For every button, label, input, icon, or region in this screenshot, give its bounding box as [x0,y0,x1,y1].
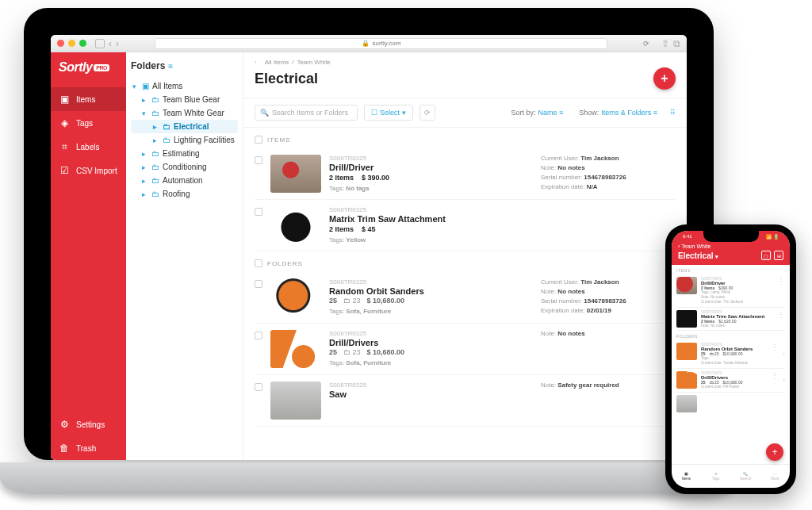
phone-thumb [676,395,697,412]
phone-add-button[interactable]: + [766,443,783,461]
nav-labels[interactable]: ⌗ Labels [51,135,126,159]
phone-back-label: Team White [681,243,710,249]
kebab-icon[interactable]: ⋮ [777,310,785,319]
phone-tabbar: ▣Items ◈Tags 🔍Search ⋯More [672,464,790,488]
sort-by: Sort by: Name ≡ [511,109,563,117]
tree-label: Conditioning [163,163,207,171]
crumb-sep: / [292,59,293,66]
tree-roofing[interactable]: ▸ 🗀 Roofing [131,187,238,201]
nav-items[interactable]: ▣ Items [51,87,126,111]
nav-tags[interactable]: ◈ Tags [51,111,126,135]
tree-electrical[interactable]: ▸ 🗀 Electrical [131,120,238,133]
tree-label: Automation [163,176,203,185]
browser-chrome: ‹ › 🔒 sortly.com ⟳ ⇪ ⧉ [51,35,687,52]
select-button[interactable]: ☐ Select ▾ [364,105,413,121]
section-checkbox[interactable] [255,259,262,267]
forward-arrow-icon[interactable]: › [116,38,119,49]
tree-label: Team White Gear [163,109,224,117]
folder-sku: S008TR0325 [329,382,533,389]
tree-team-white[interactable]: ▾ 🗀 Team White Gear [131,106,238,120]
phone-folder-row[interactable]: S008TR0879 Random Orbit Sanders 25🗀 23$1… [676,340,785,369]
folder-sku: S008TR0325 [329,278,533,286]
section-checkbox[interactable] [255,136,262,144]
close-dot[interactable] [57,40,64,47]
share-icon[interactable]: ⇪ [661,38,669,49]
reload-icon[interactable]: ⟳ [643,40,649,48]
sidebar-toggle-icon[interactable] [95,39,105,48]
tabs-icon[interactable]: ⧉ [673,38,680,49]
crumb-2[interactable]: Team White [297,59,331,66]
url-bar[interactable]: 🔒 sortly.com [155,38,607,49]
item-row[interactable]: S008TR0325 Matrix Trim Saw Attachment 2 … [255,200,676,251]
content-list: ITEMS S008TR0325 Drill/Driver 2 Items$ 3… [243,128,687,460]
nav-trash[interactable]: 🗑 Trash [51,436,126,460]
show-by: Show: Items & Folders ≡ [579,109,657,117]
tree-lighting[interactable]: ▸ 🗀 Lighting Facilities [131,133,238,147]
refresh-button[interactable]: ⟳ [419,105,435,121]
tree-conditioning[interactable]: ▸ 🗀 Conditioning [131,160,238,174]
row-checkbox[interactable] [255,156,262,164]
caret-down-icon: ▾ [142,109,148,117]
folder-row[interactable]: S008TR0325 Random Orbit Sanders 25 🗀 23 … [255,272,676,324]
minimize-dot[interactable] [68,40,75,47]
folder-icon: 🗀 [151,190,159,198]
phone-back-button[interactable]: ‹ Team White [678,243,783,249]
sort-value[interactable]: Name ≡ [538,109,563,117]
item-row[interactable]: S008TR0325 Drill/Driver 2 Items$ 390.00 … [255,148,676,200]
chevron-right-icon: › [783,351,785,358]
nav-settings[interactable]: ⚙ Settings [51,412,126,436]
tree-automation[interactable]: ▸ 🗀 Automation [131,174,238,187]
plus-icon: + [661,71,668,86]
maximize-dot[interactable] [79,40,86,47]
row-checkbox[interactable] [255,383,262,391]
chevron-down-icon[interactable]: ▾ [715,254,718,259]
folder-row[interactable]: S008TR0325 Saw Note: Safety gear require… [255,375,676,427]
view-grid-icon[interactable]: ⠿ [670,109,676,117]
box-icon: ▣ [59,94,70,105]
row-checkbox[interactable] [255,208,262,216]
show-value[interactable]: Items & Folders ≡ [601,109,657,117]
folder-icon: 🗀 [151,95,159,104]
row-checkbox[interactable] [255,280,262,288]
phone-page-title: Electrical ▾ [678,251,718,260]
phone-item-row[interactable]: S008TR0879 Drill/Driver 2 Items$390.00 T… [676,274,785,308]
back-chevron-icon[interactable]: ‹ [255,59,257,66]
kebab-icon[interactable]: ⋮ [777,277,785,286]
add-button[interactable]: + [653,67,676,90]
show-label: Show: [579,109,599,117]
tag-icon: ◈ [714,472,718,476]
select-check-icon: ☐ [371,109,377,117]
tree-estimating[interactable]: ▸ 🗀 Estimating [131,147,238,160]
phone-grid-button[interactable]: ⊞ [774,251,783,260]
phone-scan-button[interactable]: ▢ [761,251,771,260]
caret-right-icon: ▸ [142,150,148,158]
phone-notch [703,231,759,242]
phone-folder-row[interactable] [676,393,785,415]
tree-all-items[interactable]: ▾ ▣ All Items [131,79,238,93]
filter-icon[interactable]: ≡ [168,62,173,71]
phone-item-row[interactable]: S008TR0879 Matrix Trim Saw Attachment 2 … [676,308,785,332]
pro-badge: PRO [94,64,109,71]
nav-csv[interactable]: ☑ CSV Import [51,159,126,182]
folder-row[interactable]: S008TR0325 Drill/Drivers 25 🗀 23 $ 10,68… [255,324,676,375]
main-header: ‹ All Items / Team White Electrical + [243,52,687,98]
back-arrow-icon[interactable]: ‹ [109,38,112,49]
lock-icon: 🔒 [362,40,370,47]
row-checkbox[interactable] [255,332,262,339]
crumb-1[interactable]: All Items [265,59,289,66]
phone-folder-row[interactable]: S008TR0879 Drill/Drivers 25🗀 23$10,680.0… [676,369,785,393]
section-folders-label: FOLDERS [267,260,303,267]
phone-tab-items[interactable]: ▣Items [672,465,701,488]
phone-signal-icon: 📶 🔋 [766,234,779,240]
search-input[interactable]: 🔍 Search Items or Folders [255,105,358,121]
item-name: Drill/Driver [329,163,533,172]
folder-icon: ▣ [142,82,149,90]
phone-thumb [676,343,697,360]
kebab-icon[interactable]: ⋮ [771,343,779,351]
tree-team-blue[interactable]: ▸ 🗀 Team Blue Gear [131,93,238,106]
phone-tab-search[interactable]: 🔍Search [731,465,760,488]
folder-sku: S008TR0325 [329,330,533,337]
phone-tab-tags[interactable]: ◈Tags [701,465,730,488]
kebab-icon[interactable]: ⋮ [771,371,779,380]
phone-tab-more[interactable]: ⋯More [760,465,790,488]
